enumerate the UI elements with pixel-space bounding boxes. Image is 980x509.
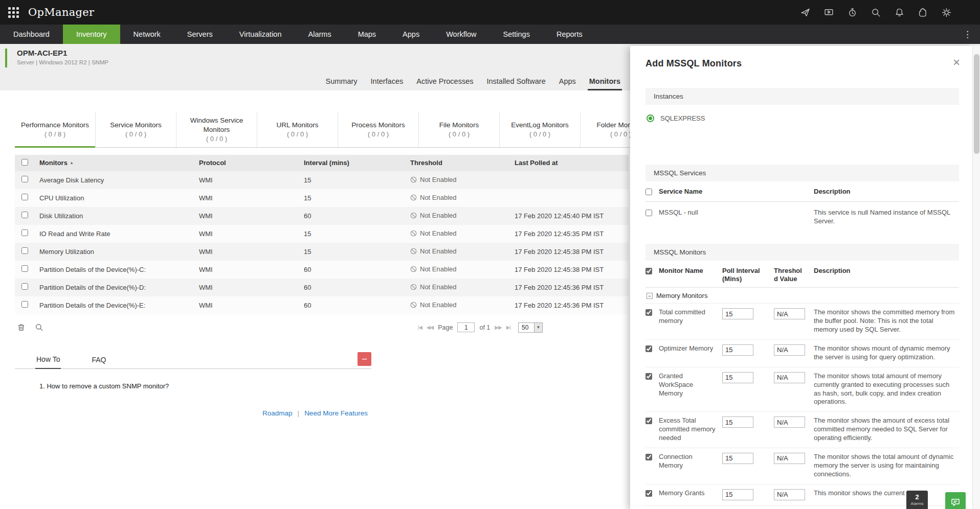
gear-icon[interactable] (942, 8, 951, 17)
alarm-clock-icon[interactable] (848, 8, 857, 17)
delete-icon[interactable] (17, 323, 26, 332)
support-hand-icon[interactable] (918, 8, 928, 17)
last-page-button[interactable]: ▶| (506, 325, 510, 330)
monitor-tab-url[interactable]: URL Monitors ( 0 / 0 ) (257, 111, 338, 148)
threshold-value-input[interactable] (774, 308, 805, 319)
poll-interval-input[interactable] (722, 344, 753, 356)
table-row[interactable]: Memory Utilization WMI 15 Not Enabled 17… (15, 243, 629, 261)
first-page-button[interactable]: |◀ (418, 325, 422, 330)
monitor-checkbox[interactable] (645, 490, 652, 497)
table-row[interactable]: Partition Details of the Device(%)-E: WM… (15, 296, 629, 314)
tab-monitors[interactable]: Monitors (588, 77, 622, 90)
nav-item-alarms[interactable]: Alarms (295, 25, 345, 44)
poll-interval-input[interactable] (722, 372, 753, 383)
monitor-tab-windows-service[interactable]: Windows Service Monitors ( 0 / 0 ) (176, 111, 257, 148)
prev-page-button[interactable]: ◀◀ (427, 325, 433, 330)
row-checkbox[interactable] (21, 265, 28, 272)
services-select-all-checkbox[interactable] (645, 189, 652, 195)
monitor-tab-service[interactable]: Service Monitors ( 0 / 0 ) (96, 111, 176, 148)
poll-interval-input[interactable] (722, 489, 753, 500)
monitor-type-tabs: Performance Monitors ( 0 / 8 ) Service M… (15, 111, 661, 148)
alarm-count-badge[interactable]: 2 Alarms (906, 491, 928, 509)
table-row[interactable]: Disk Utilization WMI 60 Not Enabled 17 F… (15, 207, 629, 225)
table-row[interactable]: Partition Details of the Device(%)-D: WM… (15, 279, 629, 296)
monitors-select-all-checkbox[interactable] (645, 268, 652, 274)
monitor-checkbox[interactable] (645, 454, 652, 460)
nav-item-dashboard[interactable]: Dashboard (0, 25, 63, 44)
table-search-icon[interactable] (35, 323, 43, 332)
nav-item-apps[interactable]: Apps (389, 25, 433, 44)
monitor-checkbox[interactable] (645, 345, 652, 352)
threshold-value-input[interactable] (774, 417, 805, 428)
monitor-tab-process[interactable]: Process Monitors ( 0 / 0 ) (338, 111, 419, 148)
monitor-checkbox[interactable] (645, 309, 652, 316)
monitor-checkbox[interactable] (645, 418, 652, 424)
nav-item-network[interactable]: Network (120, 25, 174, 44)
video-tutorials-icon[interactable] (824, 8, 834, 17)
nav-item-maps[interactable]: Maps (345, 25, 389, 44)
service-row[interactable]: MSSQL - null This service is null Named … (645, 202, 959, 233)
monitor-tab-performance[interactable]: Performance Monitors ( 0 / 8 ) (15, 111, 96, 148)
nav-item-virtualization[interactable]: Virtualization (226, 25, 295, 44)
next-page-button[interactable]: ▶▶ (495, 325, 501, 330)
howto-question-link[interactable]: 1. How to remove a custom SNMP monitor? (39, 382, 371, 390)
row-checkbox[interactable] (21, 247, 28, 254)
tab-summary[interactable]: Summary (324, 77, 359, 90)
threshold-value-input[interactable] (774, 344, 805, 356)
row-checkbox[interactable] (21, 212, 28, 218)
nav-item-reports[interactable]: Reports (543, 25, 596, 44)
column-header-last-polled[interactable]: Last Polled at (509, 155, 629, 171)
column-header-protocol[interactable]: Protocol (194, 155, 299, 171)
threshold-value-input[interactable] (774, 372, 805, 383)
table-row[interactable]: Average Disk Latency WMI 15 Not Enabled (15, 171, 629, 189)
tab-apps[interactable]: Apps (558, 77, 577, 90)
group-collapse-icon[interactable]: − (647, 293, 653, 299)
nav-item-inventory[interactable]: Inventory (63, 25, 120, 44)
row-checkbox[interactable] (21, 229, 28, 236)
row-checkbox[interactable] (21, 194, 28, 200)
threshold-value-input[interactable] (774, 489, 805, 500)
select-all-checkbox[interactable] (21, 159, 28, 166)
tab-how-to[interactable]: How To (35, 355, 61, 369)
tab-active-processes[interactable]: Active Processes (415, 77, 475, 90)
monitor-checkbox[interactable] (645, 373, 652, 380)
apps-grid-icon[interactable] (8, 7, 19, 18)
column-header-interval[interactable]: Interval (mins) (299, 155, 405, 171)
support-chat-button[interactable] (945, 492, 966, 509)
poll-interval-input[interactable] (722, 308, 753, 319)
tab-installed-software[interactable]: Installed Software (485, 77, 547, 90)
poll-interval-input[interactable] (722, 417, 753, 428)
threshold-value-input[interactable] (774, 453, 805, 464)
nav-item-workflow[interactable]: Workflow (433, 25, 489, 44)
row-checkbox[interactable] (21, 176, 28, 182)
monitor-tab-file[interactable]: File Monitors ( 0 / 0 ) (419, 111, 500, 148)
page-size-select[interactable]: 50 ▼ (518, 322, 543, 333)
scrollbar-thumb[interactable] (974, 54, 979, 154)
search-icon[interactable] (871, 8, 881, 17)
close-icon[interactable]: × (953, 56, 960, 68)
bell-icon[interactable] (895, 8, 904, 17)
row-checkbox[interactable] (21, 301, 28, 308)
need-more-features-link[interactable]: Need More Features (304, 409, 368, 417)
send-icon[interactable] (800, 8, 810, 17)
nav-overflow-icon[interactable]: ⋮ (963, 25, 972, 44)
column-header-threshold[interactable]: Threshold (405, 155, 509, 171)
column-header-monitors[interactable]: Monitors▲ (34, 155, 194, 171)
table-row[interactable]: Partition Details of the Device(%)-C: WM… (15, 261, 629, 279)
monitor-tab-count: ( 0 / 0 ) (179, 135, 254, 144)
table-row[interactable]: CPU Utilization WMI 15 Not Enabled (15, 189, 629, 207)
collapse-section-button[interactable]: − (358, 352, 371, 366)
nav-item-settings[interactable]: Settings (490, 25, 543, 44)
nav-item-servers[interactable]: Servers (174, 25, 226, 44)
page-number-input[interactable] (457, 322, 475, 332)
instance-radio-selected[interactable] (647, 114, 654, 122)
row-checkbox[interactable] (21, 283, 28, 290)
service-checkbox[interactable] (645, 210, 652, 216)
tab-interfaces[interactable]: Interfaces (369, 77, 405, 90)
poll-interval-input[interactable] (722, 453, 753, 464)
monitors-section-header: MSSQL Monitors (645, 244, 959, 261)
roadmap-link[interactable]: Roadmap (262, 409, 293, 417)
table-row[interactable]: IO Read and Write Rate WMI 15 Not Enable… (15, 225, 629, 243)
monitor-tab-eventlog[interactable]: EventLog Monitors ( 0 / 0 ) (500, 111, 581, 148)
tab-faq[interactable]: FAQ (91, 356, 107, 368)
